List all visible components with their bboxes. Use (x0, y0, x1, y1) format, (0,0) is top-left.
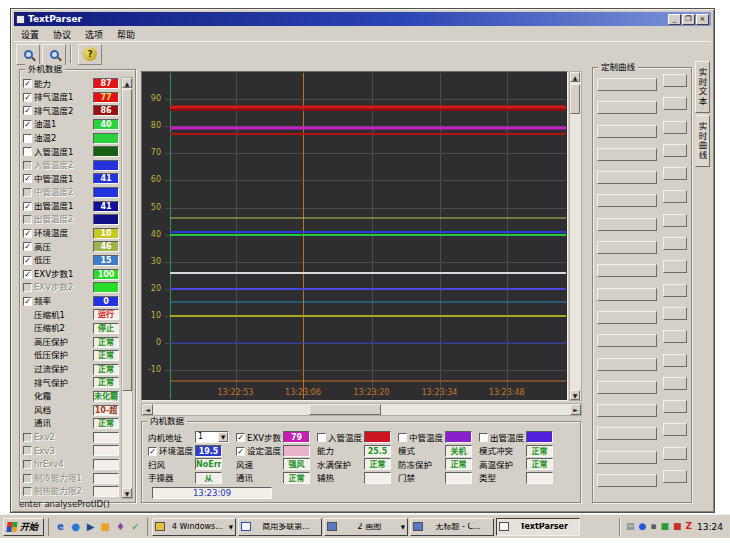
outlook-icon[interactable]: ● (68, 519, 83, 534)
checkbox[interactable] (23, 283, 32, 292)
scroll-up-icon[interactable]: ▲ (570, 72, 580, 82)
checkbox[interactable]: ✓ (23, 120, 32, 129)
taskbar-button[interactable]: 2 画图▼ (324, 518, 408, 536)
restore-button[interactable]: ❐ (682, 14, 695, 25)
menu-item-2[interactable]: 选项 (78, 28, 110, 41)
checkbox[interactable] (317, 433, 326, 442)
curve-select-button[interactable] (597, 474, 657, 487)
menu-item-0[interactable]: 设置 (14, 28, 46, 41)
checkbox[interactable] (23, 188, 32, 197)
volume-icon[interactable]: ▪ (650, 522, 656, 531)
curve-select-button[interactable] (597, 241, 657, 254)
checkbox[interactable] (398, 433, 407, 442)
ie-icon[interactable]: e (53, 519, 68, 534)
checkbox[interactable]: ✓ (23, 256, 32, 265)
view-tab-0[interactable]: 实时文本 (695, 61, 710, 113)
checkbox[interactable] (23, 487, 32, 496)
curve-value-button[interactable] (663, 423, 687, 436)
curve-value-button[interactable] (663, 237, 687, 250)
power-icon[interactable]: Z (686, 522, 693, 531)
curve-value-button[interactable] (663, 447, 687, 460)
scroll-down-icon[interactable]: ▼ (122, 488, 132, 498)
checkbox[interactable]: ✓ (23, 297, 32, 306)
unit-address-dropdown[interactable]: 1▼ (195, 431, 229, 443)
zoom-in-button[interactable] (16, 44, 40, 65)
outdoor-scrollbar[interactable]: ▲▼ (121, 77, 133, 499)
checkbox[interactable]: ✓ (148, 447, 157, 456)
curve-select-button[interactable] (597, 451, 657, 464)
checkbox[interactable] (23, 161, 32, 170)
menu-item-3[interactable]: 帮助 (110, 28, 142, 41)
scroll-up-icon[interactable]: ▲ (122, 78, 132, 88)
curve-value-button[interactable] (663, 400, 687, 413)
curve-select-button[interactable] (597, 171, 657, 184)
curve-select-button[interactable] (597, 311, 657, 324)
curve-select-button[interactable] (597, 264, 657, 277)
close-button[interactable]: × (696, 14, 709, 25)
curve-value-button[interactable] (663, 260, 687, 273)
checkbox[interactable]: ✓ (23, 242, 32, 251)
checkbox[interactable] (23, 134, 32, 143)
checkbox[interactable]: ✓ (23, 174, 32, 183)
checkbox[interactable] (23, 147, 32, 156)
curve-select-button[interactable] (597, 427, 657, 440)
scroll-right-icon[interactable]: ► (570, 404, 581, 415)
curve-select-button[interactable] (597, 148, 657, 161)
start-button[interactable]: 开始 (3, 518, 44, 536)
curve-value-button[interactable] (663, 470, 687, 483)
security-icon[interactable]: ♦ (113, 519, 128, 534)
checkbox[interactable]: ✓ (23, 106, 32, 115)
curve-value-button[interactable] (663, 190, 687, 203)
checkbox[interactable]: ✓ (23, 79, 32, 88)
checkbox[interactable] (23, 446, 32, 455)
checkbox[interactable]: ✓ (23, 202, 32, 211)
antivirus-icon[interactable]: ✓ (128, 519, 143, 534)
checkbox[interactable] (479, 433, 488, 442)
curve-value-button[interactable] (663, 307, 687, 320)
scroll-down-icon[interactable]: ▼ (570, 390, 580, 400)
antivirus-shield-icon[interactable]: ■ (661, 522, 670, 531)
curve-value-button[interactable] (663, 97, 687, 110)
curve-value-button[interactable] (663, 330, 687, 343)
menu-item-1[interactable]: 协议 (46, 28, 78, 41)
dropdown-arrow-icon[interactable]: ▼ (218, 432, 228, 442)
taskbar-button[interactable]: TextParser (496, 518, 580, 536)
checkbox[interactable]: ✓ (23, 270, 32, 279)
curve-select-button[interactable] (597, 381, 657, 394)
printer-icon[interactable]: ▤ (626, 522, 635, 531)
notes-icon[interactable]: ■ (98, 519, 113, 534)
help-button[interactable]: ? (78, 44, 102, 65)
scroll-thumb[interactable] (309, 404, 381, 415)
curve-select-button[interactable] (597, 101, 657, 114)
monitor-icon[interactable]: ■ (673, 522, 682, 531)
curve-value-button[interactable] (663, 167, 687, 180)
curve-select-button[interactable] (597, 358, 657, 371)
checkbox[interactable]: ✓ (236, 447, 245, 456)
minimize-button[interactable]: _ (668, 14, 681, 25)
curve-value-button[interactable] (663, 74, 687, 87)
checkbox[interactable] (23, 215, 32, 224)
zoom-out-button[interactable] (42, 44, 66, 65)
media-player-icon[interactable]: ▶ (83, 519, 98, 534)
checkbox[interactable]: ✓ (236, 433, 245, 442)
scroll-thumb[interactable] (570, 84, 580, 114)
curve-select-button[interactable] (597, 78, 657, 91)
curve-select-button[interactable] (597, 288, 657, 301)
checkbox[interactable] (23, 474, 32, 483)
checkbox[interactable] (23, 460, 32, 469)
scroll-left-icon[interactable]: ◄ (142, 404, 153, 415)
curve-value-button[interactable] (663, 214, 687, 227)
scroll-thumb[interactable] (122, 89, 132, 391)
realtime-curve-chart[interactable]: 9080706050403020100-1013:22:5313:23:0613… (141, 71, 568, 401)
chart-horizontal-scrollbar[interactable]: ◄► (141, 403, 582, 416)
checkbox[interactable] (23, 433, 32, 442)
view-tab-1[interactable]: 实时曲线 (695, 115, 710, 167)
curve-select-button[interactable] (597, 218, 657, 231)
curve-value-button[interactable] (663, 284, 687, 297)
curve-value-button[interactable] (663, 144, 687, 157)
curve-value-button[interactable] (663, 354, 687, 367)
checkbox[interactable]: ✓ (23, 229, 32, 238)
messenger-icon[interactable]: ● (639, 522, 647, 531)
curve-select-button[interactable] (597, 334, 657, 347)
curve-select-button[interactable] (597, 404, 657, 417)
